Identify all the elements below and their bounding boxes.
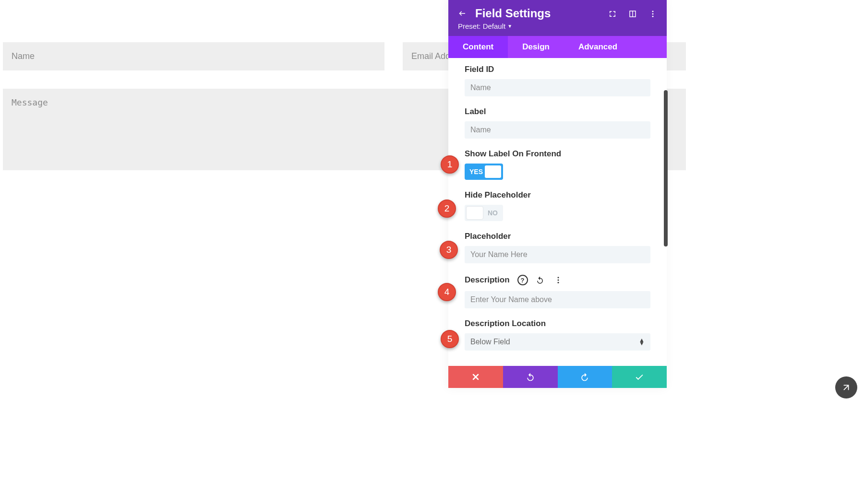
- chevron-down-icon: ▼: [507, 23, 512, 29]
- panel-tabs: Content Design Advanced: [448, 36, 667, 58]
- undo-button[interactable]: [503, 366, 558, 388]
- label-input[interactable]: [465, 121, 650, 139]
- help-icon[interactable]: ?: [517, 275, 528, 285]
- name-field[interactable]: [3, 42, 384, 70]
- annotation-bubble-3: 3: [440, 241, 458, 259]
- panel-footer: [448, 366, 667, 388]
- annotation-bubble-1: 1: [441, 155, 459, 174]
- svg-point-5: [557, 282, 559, 283]
- redo-button[interactable]: [558, 366, 612, 388]
- scrollbar[interactable]: [664, 90, 668, 246]
- more-icon[interactable]: [552, 274, 564, 286]
- cancel-button[interactable]: [448, 366, 503, 388]
- tab-content[interactable]: Content: [448, 36, 508, 58]
- description-label: Description ?: [465, 274, 650, 286]
- expand-panel-button[interactable]: [835, 376, 857, 399]
- toggle-yes-text: YES: [469, 168, 483, 176]
- description-input[interactable]: [465, 291, 650, 308]
- columns-icon[interactable]: [628, 10, 637, 18]
- svg-point-4: [557, 280, 559, 281]
- panel-body: Field ID Label Show Label On Frontend YE…: [448, 58, 667, 366]
- placeholder-input[interactable]: [465, 246, 650, 263]
- svg-point-1: [652, 13, 654, 15]
- svg-point-2: [652, 16, 654, 17]
- tab-design[interactable]: Design: [508, 36, 564, 58]
- settings-panel: Field Settings Preset: Default ▼ Content…: [448, 0, 667, 388]
- panel-title: Field Settings: [475, 7, 551, 20]
- back-icon[interactable]: [458, 9, 467, 18]
- label-label: Label: [465, 107, 650, 117]
- hide-placeholder-toggle[interactable]: NO: [465, 205, 503, 221]
- reset-icon[interactable]: [534, 274, 546, 286]
- expand-icon[interactable]: [608, 10, 617, 18]
- hide-placeholder-label: Hide Placeholder: [465, 190, 650, 200]
- tab-advanced[interactable]: Advanced: [564, 36, 632, 58]
- show-label-label: Show Label On Frontend: [465, 149, 650, 159]
- desc-location-label: Description Location: [465, 319, 650, 328]
- save-button[interactable]: [612, 366, 667, 388]
- placeholder-label: Placeholder: [465, 232, 650, 241]
- toggle-no-text: NO: [488, 209, 498, 217]
- show-label-toggle[interactable]: YES: [465, 164, 503, 180]
- annotation-bubble-2: 2: [438, 199, 456, 218]
- desc-location-select[interactable]: [465, 333, 650, 351]
- svg-point-3: [557, 277, 559, 278]
- field-id-label: Field ID: [465, 65, 650, 74]
- annotation-bubble-5: 5: [441, 330, 459, 348]
- preset-label: Preset: Default: [458, 22, 505, 30]
- field-id-input[interactable]: [465, 79, 650, 96]
- svg-point-0: [652, 11, 654, 12]
- more-vertical-icon[interactable]: [648, 10, 657, 18]
- annotation-bubble-4: 4: [438, 283, 456, 301]
- panel-header: Field Settings Preset: Default ▼: [448, 0, 667, 36]
- description-label-text: Description: [465, 275, 510, 285]
- preset-dropdown[interactable]: Preset: Default ▼: [458, 22, 551, 30]
